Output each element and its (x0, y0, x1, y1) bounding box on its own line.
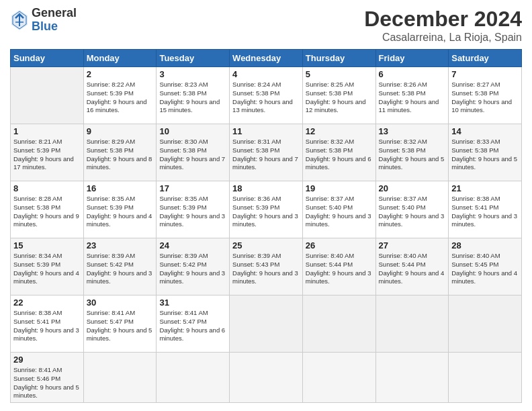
day-number: 10 (159, 126, 226, 136)
day-number: 15 (13, 240, 81, 250)
day-info: Sunrise: 8:26 AMSunset: 5:38 PMDaylight:… (379, 81, 446, 115)
day-number: 2 (87, 69, 154, 79)
day-info: Sunrise: 8:35 AMSunset: 5:39 PMDaylight:… (159, 195, 226, 229)
header-tuesday: Tuesday (157, 50, 230, 67)
day-number: 11 (232, 126, 300, 136)
logo-text: General Blue (32, 7, 77, 34)
table-row: 25Sunrise: 8:39 AMSunset: 5:43 PMDayligh… (230, 238, 303, 295)
day-info: Sunrise: 8:35 AMSunset: 5:39 PMDaylight:… (87, 195, 154, 229)
day-info: Sunrise: 8:32 AMSunset: 5:38 PMDaylight:… (306, 138, 373, 172)
table-row: 28Sunrise: 8:40 AMSunset: 5:45 PMDayligh… (449, 238, 522, 295)
day-number: 22 (13, 298, 81, 308)
day-number: 20 (379, 183, 446, 193)
day-number: 23 (87, 240, 154, 250)
day-info: Sunrise: 8:39 AMSunset: 5:42 PMDaylight:… (87, 252, 154, 286)
table-row: 20Sunrise: 8:37 AMSunset: 5:40 PMDayligh… (375, 181, 449, 238)
logo-icon (10, 9, 29, 32)
table-row: 24Sunrise: 8:39 AMSunset: 5:42 PMDayligh… (157, 238, 230, 295)
day-info: Sunrise: 8:38 AMSunset: 5:41 PMDaylight:… (13, 309, 81, 343)
day-info: Sunrise: 8:40 AMSunset: 5:44 PMDaylight:… (306, 252, 373, 286)
table-row: 9Sunrise: 8:29 AMSunset: 5:38 PMDaylight… (83, 124, 157, 181)
table-row (230, 353, 303, 403)
table-row (449, 295, 522, 353)
table-row: 30Sunrise: 8:41 AMSunset: 5:47 PMDayligh… (83, 295, 157, 353)
logo: General Blue (10, 7, 77, 34)
table-row: 13Sunrise: 8:32 AMSunset: 5:38 PMDayligh… (375, 124, 449, 181)
day-info: Sunrise: 8:30 AMSunset: 5:38 PMDaylight:… (159, 138, 226, 172)
day-number: 8 (13, 183, 81, 193)
day-number: 12 (306, 126, 373, 136)
day-number: 25 (232, 240, 300, 250)
table-row: 31Sunrise: 8:41 AMSunset: 5:47 PMDayligh… (157, 295, 230, 353)
table-row: 27Sunrise: 8:40 AMSunset: 5:44 PMDayligh… (375, 238, 449, 295)
table-row: 10Sunrise: 8:30 AMSunset: 5:38 PMDayligh… (157, 124, 230, 181)
table-row (302, 295, 375, 353)
table-row: 12Sunrise: 8:32 AMSunset: 5:38 PMDayligh… (302, 124, 375, 181)
table-row: 26Sunrise: 8:40 AMSunset: 5:44 PMDayligh… (302, 238, 375, 295)
table-row: 18Sunrise: 8:36 AMSunset: 5:39 PMDayligh… (230, 181, 303, 238)
table-row: 6Sunrise: 8:26 AMSunset: 5:38 PMDaylight… (375, 67, 449, 124)
day-info: Sunrise: 8:28 AMSunset: 5:38 PMDaylight:… (13, 195, 81, 229)
day-info: Sunrise: 8:40 AMSunset: 5:44 PMDaylight:… (379, 252, 446, 286)
table-row (449, 353, 522, 403)
day-number: 7 (451, 69, 519, 79)
day-info: Sunrise: 8:29 AMSunset: 5:38 PMDaylight:… (87, 138, 154, 172)
table-row: 2Sunrise: 8:22 AMSunset: 5:39 PMDaylight… (83, 67, 157, 124)
day-number: 18 (232, 183, 300, 193)
day-number: 31 (159, 298, 226, 308)
logo-blue: Blue (32, 20, 77, 34)
table-row: 19Sunrise: 8:37 AMSunset: 5:40 PMDayligh… (302, 181, 375, 238)
day-info: Sunrise: 8:27 AMSunset: 5:38 PMDaylight:… (451, 81, 519, 115)
day-number: 19 (306, 183, 373, 193)
header-saturday: Saturday (449, 50, 522, 67)
table-row: 11Sunrise: 8:31 AMSunset: 5:38 PMDayligh… (230, 124, 303, 181)
table-row: 29Sunrise: 8:41 AMSunset: 5:46 PMDayligh… (11, 353, 84, 403)
day-info: Sunrise: 8:24 AMSunset: 5:38 PMDaylight:… (232, 81, 300, 115)
day-number: 27 (379, 240, 446, 250)
day-info: Sunrise: 8:40 AMSunset: 5:45 PMDaylight:… (451, 252, 519, 286)
table-row: 8Sunrise: 8:28 AMSunset: 5:38 PMDaylight… (11, 181, 84, 238)
day-info: Sunrise: 8:33 AMSunset: 5:38 PMDaylight:… (451, 138, 519, 172)
day-info: Sunrise: 8:37 AMSunset: 5:40 PMDaylight:… (306, 195, 373, 229)
day-number: 17 (159, 183, 226, 193)
table-row (83, 353, 157, 403)
day-info: Sunrise: 8:31 AMSunset: 5:38 PMDaylight:… (232, 138, 300, 172)
day-number: 21 (451, 183, 519, 193)
table-row: 17Sunrise: 8:35 AMSunset: 5:39 PMDayligh… (157, 181, 230, 238)
day-info: Sunrise: 8:21 AMSunset: 5:39 PMDaylight:… (13, 138, 81, 172)
day-info: Sunrise: 8:34 AMSunset: 5:39 PMDaylight:… (13, 252, 81, 286)
title-block: December 2024 Casalarreina, La Rioja, Sp… (364, 7, 522, 44)
table-row: 7Sunrise: 8:27 AMSunset: 5:38 PMDaylight… (449, 67, 522, 124)
table-row: 15Sunrise: 8:34 AMSunset: 5:39 PMDayligh… (11, 238, 84, 295)
day-info: Sunrise: 8:22 AMSunset: 5:39 PMDaylight:… (87, 81, 154, 115)
table-row (230, 295, 303, 353)
day-number: 5 (306, 69, 373, 79)
table-row: 1Sunrise: 8:21 AMSunset: 5:39 PMDaylight… (11, 124, 84, 181)
logo-general: General (32, 7, 77, 20)
day-info: Sunrise: 8:41 AMSunset: 5:47 PMDaylight:… (159, 309, 226, 343)
table-row: 5Sunrise: 8:25 AMSunset: 5:38 PMDaylight… (302, 67, 375, 124)
day-info: Sunrise: 8:32 AMSunset: 5:38 PMDaylight:… (379, 138, 446, 172)
table-row (11, 67, 84, 124)
location-title: Casalarreina, La Rioja, Spain (364, 32, 522, 44)
day-number: 4 (232, 69, 300, 79)
table-row: 3Sunrise: 8:23 AMSunset: 5:38 PMDaylight… (157, 67, 230, 124)
header-sunday: Sunday (11, 50, 84, 67)
day-number: 26 (306, 240, 373, 250)
day-info: Sunrise: 8:39 AMSunset: 5:43 PMDaylight:… (232, 252, 300, 286)
table-row: 16Sunrise: 8:35 AMSunset: 5:39 PMDayligh… (83, 181, 157, 238)
table-row (302, 353, 375, 403)
day-info: Sunrise: 8:23 AMSunset: 5:38 PMDaylight:… (159, 81, 226, 115)
header-wednesday: Wednesday (230, 50, 303, 67)
day-number: 9 (87, 126, 154, 136)
day-info: Sunrise: 8:41 AMSunset: 5:46 PMDaylight:… (13, 366, 81, 400)
day-number: 14 (451, 126, 519, 136)
calendar-table: Sunday Monday Tuesday Wednesday Thursday… (10, 49, 522, 403)
calendar-header-row: Sunday Monday Tuesday Wednesday Thursday… (11, 50, 522, 67)
day-number: 3 (159, 69, 226, 79)
day-info: Sunrise: 8:41 AMSunset: 5:47 PMDaylight:… (87, 309, 154, 343)
day-number: 13 (379, 126, 446, 136)
day-number: 29 (13, 355, 81, 365)
table-row: 23Sunrise: 8:39 AMSunset: 5:42 PMDayligh… (83, 238, 157, 295)
day-info: Sunrise: 8:38 AMSunset: 5:41 PMDaylight:… (451, 195, 519, 229)
